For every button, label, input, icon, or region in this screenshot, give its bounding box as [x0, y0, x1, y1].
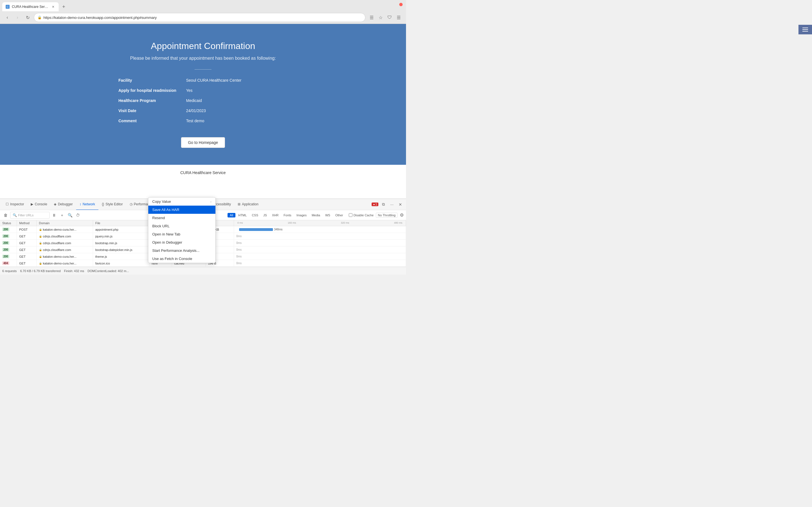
header-method: Method	[17, 220, 37, 226]
filter-tab-media[interactable]: Media	[309, 213, 322, 217]
devtools-tab-console[interactable]: ▶ Console	[28, 199, 50, 210]
context-menu-item-7[interactable]: Use as Fetch in Console	[148, 255, 215, 263]
context-menu-item-1[interactable]: Save All As HAR	[148, 206, 215, 214]
zoom-in-button[interactable]: +	[59, 212, 65, 219]
settings-icon[interactable]: ⚙	[400, 212, 404, 218]
disable-cache-checkbox[interactable]: Disable Cache	[349, 213, 374, 217]
context-menu-label: Open in Debugger	[152, 240, 182, 244]
filter-tab-other[interactable]: Other	[333, 213, 345, 217]
devtools-more-button[interactable]: ···	[389, 201, 395, 208]
timer-button[interactable]: ⏱	[74, 212, 81, 219]
row-timeline: 0ms	[234, 246, 406, 253]
new-tab-button[interactable]: +	[60, 3, 68, 11]
pause-button[interactable]: ⏸	[51, 212, 57, 219]
filter-placeholder: Filter URLs	[18, 214, 34, 217]
filter-urls-input[interactable]: 🔍 Filter URLs	[10, 212, 50, 219]
row-status: 200	[0, 226, 17, 233]
row-method: GET	[17, 260, 37, 267]
reader-view-icon[interactable]: ☰	[368, 13, 375, 21]
traffic-light-red	[399, 3, 403, 6]
context-menu-item-4[interactable]: Open in New Tab	[148, 230, 215, 238]
context-menu-item-6[interactable]: Start Performance Analysis...	[148, 246, 215, 255]
detail-label-2: Healthcare Program	[118, 98, 186, 103]
address-bar[interactable]: 🔒 https://katalon-demo-cura.herokuapp.co…	[34, 13, 365, 22]
filter-tab-js[interactable]: JS	[261, 213, 269, 217]
disable-cache-label: Disable Cache	[354, 214, 374, 217]
hero-section: Appointment Confirmation Please be infor…	[0, 24, 406, 165]
go-to-homepage-button[interactable]: Go to Homepage	[181, 137, 225, 148]
header-status: Status	[0, 220, 17, 226]
reload-button[interactable]: ↻	[24, 13, 32, 21]
devtools-tab-debugger[interactable]: ◈ Debugger	[50, 199, 76, 210]
row-domain: 🔒katalon-demo-cura.her...	[37, 260, 93, 267]
requests-count: 6 requests	[2, 269, 17, 273]
devtools-close-button[interactable]: ✕	[397, 201, 404, 208]
throttle-select[interactable]: No Throttling	[376, 213, 398, 218]
detail-row-0: Facility Seoul CURA Healthcare Center	[118, 75, 288, 86]
page-title: Appointment Confirmation	[11, 41, 395, 51]
tab-favicon: C	[6, 5, 10, 9]
filter-tab-fonts[interactable]: Fonts	[282, 213, 294, 217]
bookmark-icon[interactable]: ☆	[377, 13, 385, 21]
detail-value-0: Seoul CURA Healthcare Center	[186, 78, 288, 82]
error-icon: ●	[373, 203, 375, 206]
filter-tab-css[interactable]: CSS	[250, 213, 260, 217]
row-timeline: 0ms	[234, 240, 406, 246]
lock-icon: 🔒	[39, 242, 42, 244]
application-icon: ⊞	[238, 202, 241, 206]
row-domain: 🔒cdnjs.cloudflare.com	[37, 246, 93, 253]
lock-icon: 🔒	[39, 228, 42, 231]
context-menu-item-0[interactable]: Copy Value ›	[148, 198, 215, 206]
filter-tab-ws[interactable]: WS	[323, 213, 333, 217]
context-menu-item-3[interactable]: Block URL	[148, 222, 215, 230]
devtools-right-controls: ● 1 ⧉ ··· ✕	[371, 201, 404, 208]
devtools-tab-application[interactable]: ⊞ Application	[234, 199, 262, 210]
tab-bar: C CURA Healthcare Service ✕ +	[0, 0, 406, 11]
filter-tab-images[interactable]: Images	[294, 213, 309, 217]
filter-tab-xhr[interactable]: XHR	[270, 213, 281, 217]
tab-close-button[interactable]: ✕	[51, 4, 55, 9]
context-menu-label: Save All As HAR	[152, 208, 179, 212]
browser-chrome: C CURA Healthcare Service ✕ + ‹ › ↻ 🔒 ht…	[0, 0, 406, 24]
browser-toolbar: ‹ › ↻ 🔒 https://katalon-demo-cura.heroku…	[0, 11, 406, 24]
menu-icon[interactable]: ☰	[395, 13, 403, 21]
traffic-lights	[399, 3, 403, 6]
context-menu-label: Resend	[152, 216, 165, 220]
lock-icon: 🔒	[39, 262, 42, 265]
devtools-tab-network[interactable]: ↕ Network	[76, 199, 98, 210]
tab-title: CURA Healthcare Service	[12, 5, 49, 9]
row-domain: 🔒katalon-demo-cura.her...	[37, 253, 93, 260]
row-file: appointment.php	[93, 226, 149, 233]
filter-tab-html[interactable]: HTML	[236, 213, 249, 217]
context-menu-item-5[interactable]: Open in Debugger	[148, 238, 215, 246]
active-tab[interactable]: C CURA Healthcare Service ✕	[2, 2, 59, 11]
row-domain: 🔒cdnjs.cloudflare.com	[37, 240, 93, 246]
row-timeline: 0ms	[234, 233, 406, 239]
timeline-mark-3: 480 ms	[394, 221, 402, 224]
timeline-mark-0: 0 ms	[238, 221, 243, 224]
search-button[interactable]: 🔍	[66, 212, 73, 219]
context-menu-item-2[interactable]: Resend	[148, 214, 215, 222]
page-content: Appointment Confirmation Please be infor…	[0, 24, 406, 199]
row-method: GET	[17, 233, 37, 239]
row-status: 200	[0, 240, 17, 246]
context-menu: Copy Value › Save All As HAR Resend Bloc…	[148, 197, 216, 263]
filter-tab-all[interactable]: All	[227, 213, 236, 217]
page-subtitle: Please be informed that your appointment…	[11, 56, 395, 61]
context-menu-label: Copy Value	[152, 200, 171, 204]
footer-brand: CURA Healthcare Service	[0, 165, 406, 180]
row-method: GET	[17, 253, 37, 260]
shield-icon[interactable]: 🛡	[386, 13, 394, 21]
disable-cache-input[interactable]	[349, 213, 352, 217]
back-button[interactable]: ‹	[3, 13, 11, 21]
row-domain: 🔒katalon-demo-cura.her...	[37, 226, 93, 233]
responsive-design-button[interactable]: ⧉	[380, 201, 387, 208]
context-menu-label: Open in New Tab	[152, 232, 181, 236]
detail-label-0: Facility	[118, 78, 186, 82]
devtools-tab-style-editor[interactable]: {} Style Editor	[98, 199, 126, 210]
forward-button[interactable]: ›	[13, 13, 21, 21]
devtools-tab-inspector[interactable]: ☐ Inspector	[2, 199, 28, 210]
dom-content-loaded: DOMContentLoaded: 402 m...	[88, 269, 129, 273]
network-icon: ↕	[80, 202, 81, 206]
clear-network-button[interactable]: 🗑	[2, 212, 9, 219]
